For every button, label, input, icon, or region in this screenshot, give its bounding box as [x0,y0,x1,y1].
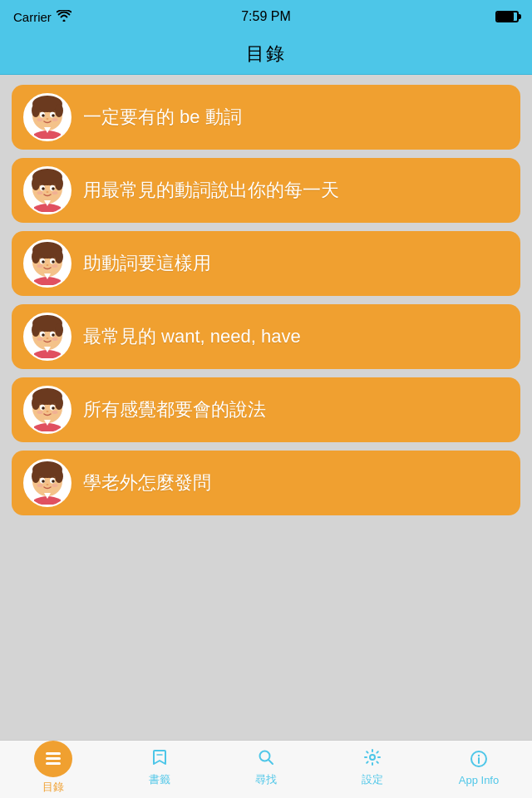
status-bar: Carrier 7:59 PM [0,0,532,33]
svg-point-54 [52,411,58,414]
svg-point-62 [52,480,55,483]
svg-point-10 [52,118,58,121]
svg-point-6 [42,114,45,117]
svg-point-40 [52,333,55,337]
svg-point-53 [37,411,43,414]
svg-point-46 [32,397,40,410]
svg-point-50 [42,406,45,410]
item-text: 助動詞要這樣用 [83,252,211,276]
list-item-3[interactable]: 助動詞要這樣用 [12,231,520,296]
list-item-4[interactable]: 最常見的 want, need, have [12,304,520,369]
svg-rect-66 [46,752,61,755]
avatar [23,239,71,288]
svg-point-63 [47,484,49,485]
svg-point-3 [55,104,63,117]
catalog-icon [34,741,72,777]
svg-point-36 [55,323,63,337]
svg-point-65 [52,484,58,487]
svg-point-29 [52,260,55,264]
svg-point-47 [55,397,63,410]
tab-label-catalog: 目錄 [42,780,64,795]
svg-point-42 [37,337,43,341]
svg-point-24 [32,250,40,264]
avatar [23,313,71,361]
nav-bar: 目錄 [0,33,532,75]
svg-point-64 [37,484,43,487]
page-title: 目錄 [246,42,286,66]
status-right [419,11,519,22]
search-icon [257,748,275,770]
tab-label-appinfo: App Info [459,774,499,786]
svg-point-28 [42,260,45,264]
svg-point-57 [32,470,40,483]
list-item-1[interactable]: 一定要有的 be 動詞 [12,85,520,150]
svg-rect-67 [46,757,61,760]
bookmark-icon [150,748,169,770]
avatar [23,386,71,434]
svg-point-21 [52,191,58,195]
tab-item-bookmarks[interactable]: 書籤 [106,741,213,798]
info-icon [470,750,488,771]
svg-point-2 [32,104,40,117]
wifi-icon [57,10,71,24]
item-text: 所有感覺都要會的說法 [83,398,266,422]
svg-point-51 [52,406,55,410]
list-item-6[interactable]: 學老外怎麼發問 [12,451,520,515]
battery-icon [495,11,519,22]
tab-bar: 目錄 書籤 尋找 設定 App Info [0,740,532,798]
svg-point-9 [37,118,43,121]
item-text: 最常見的 want, need, have [83,325,301,349]
svg-point-13 [32,177,40,190]
avatar [23,93,71,141]
svg-point-25 [55,250,63,264]
tab-item-catalog[interactable]: 目錄 [0,741,106,798]
svg-point-8 [47,118,49,120]
tab-item-search[interactable]: 尋找 [213,741,319,798]
svg-point-72 [478,754,480,756]
item-text: 一定要有的 be 動詞 [83,106,242,130]
main-content: 一定要有的 be 動詞 [0,75,532,740]
svg-point-17 [42,187,45,190]
svg-point-61 [42,480,45,483]
svg-point-32 [52,264,58,268]
svg-rect-68 [46,762,61,765]
svg-point-7 [52,114,55,117]
status-time: 7:59 PM [241,9,291,24]
svg-point-39 [42,333,45,337]
settings-icon [363,748,382,770]
tab-label-search: 尋找 [255,772,277,787]
list-item-2[interactable]: 用最常見的動詞說出你的每一天 [12,158,520,223]
svg-point-41 [47,337,49,339]
svg-point-30 [47,264,49,266]
svg-point-43 [52,337,58,341]
tab-item-settings[interactable]: 設定 [319,741,426,798]
svg-point-58 [55,470,63,483]
svg-point-18 [52,187,55,190]
status-left: Carrier [13,10,113,24]
tab-label-bookmarks: 書籤 [149,772,170,787]
svg-point-35 [32,323,40,337]
svg-point-31 [37,264,43,268]
avatar [23,459,71,507]
item-text: 學老外怎麼發問 [83,471,211,495]
avatar [23,166,71,214]
item-text: 用最常見的動詞說出你的每一天 [83,179,339,203]
tab-item-appinfo[interactable]: App Info [426,741,532,798]
svg-point-70 [370,755,375,760]
svg-point-52 [47,411,49,412]
tab-label-settings: 設定 [362,772,383,787]
svg-point-14 [55,177,63,190]
carrier-label: Carrier [13,10,52,24]
list-item-5[interactable]: 所有感覺都要會的說法 [12,377,520,442]
svg-point-19 [47,191,49,193]
svg-point-20 [37,191,43,195]
